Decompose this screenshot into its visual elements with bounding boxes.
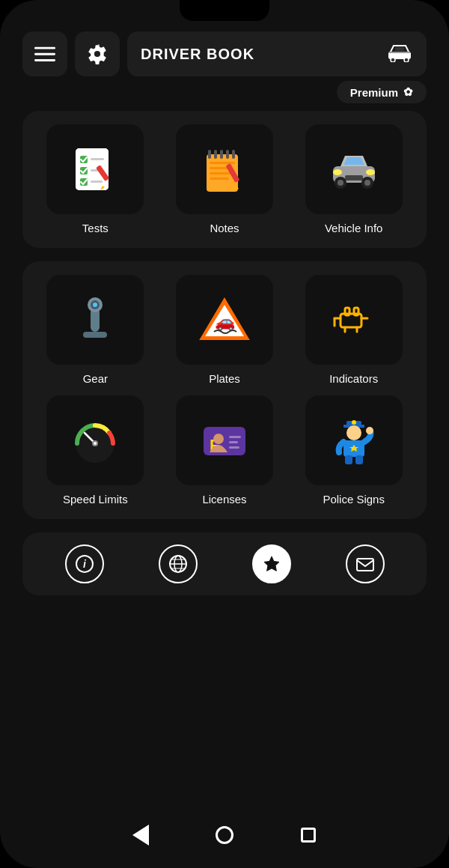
svg-text:🚗: 🚗 — [214, 312, 235, 332]
vehicle-info-label: Vehicle Info — [325, 222, 383, 234]
svg-rect-18 — [208, 150, 211, 159]
notes-icon — [198, 142, 251, 196]
tests-icon-box — [46, 124, 144, 214]
plates-label: Plates — [209, 372, 240, 385]
svg-point-5 — [404, 58, 409, 62]
premium-badge-row: Premium ✿ — [22, 81, 427, 103]
star-button[interactable] — [252, 544, 291, 583]
vehicle-info-item[interactable]: Vehicle Info — [294, 124, 413, 234]
licenses-label: Licenses — [202, 493, 246, 506]
phone-notch — [180, 0, 269, 21]
svg-rect-14 — [91, 180, 103, 183]
tests-icon — [68, 142, 122, 196]
speed-limits-item[interactable]: Speed Limits — [36, 395, 155, 506]
notes-icon-box — [176, 124, 273, 214]
nav-recent-icon — [301, 828, 316, 843]
svg-rect-1 — [34, 53, 55, 55]
nav-home-button[interactable] — [213, 823, 236, 847]
tests-item[interactable]: Tests — [36, 124, 155, 234]
premium-badge[interactable]: Premium ✿ — [337, 81, 427, 103]
vehicle-info-icon-box — [305, 124, 403, 214]
svg-rect-26 — [210, 177, 229, 180]
svg-rect-70 — [345, 455, 352, 464]
menu-button[interactable] — [22, 31, 67, 76]
bottom-action-bar: i — [22, 532, 427, 595]
info-button[interactable]: i — [65, 544, 104, 583]
top-section: Tests — [22, 111, 427, 248]
svg-rect-80 — [357, 559, 373, 571]
nav-back-button[interactable] — [129, 823, 153, 847]
svg-rect-12 — [91, 158, 104, 160]
police-signs-icon-box — [305, 395, 403, 485]
svg-rect-32 — [345, 175, 363, 180]
indicators-label: Indicators — [329, 372, 378, 385]
globe-button[interactable] — [159, 544, 198, 583]
notes-label: Notes — [210, 222, 239, 234]
indicators-item[interactable]: Indicators — [294, 275, 413, 385]
svg-rect-60 — [229, 436, 241, 438]
plates-item[interactable]: 🚗 Plates — [165, 275, 284, 385]
svg-rect-19 — [214, 150, 217, 159]
top-grid: Tests — [36, 124, 413, 234]
svg-rect-20 — [220, 150, 223, 159]
svg-marker-79 — [264, 556, 279, 571]
svg-point-65 — [352, 420, 356, 425]
nav-bar — [0, 810, 449, 868]
svg-rect-61 — [229, 441, 238, 443]
speed-limits-icon — [68, 413, 122, 467]
svg-point-69 — [366, 427, 373, 434]
svg-rect-21 — [226, 150, 229, 159]
svg-rect-23 — [210, 162, 235, 164]
licenses-icon-box: F — [176, 395, 273, 485]
app-title: DRIVER BOOK — [141, 46, 254, 63]
settings-icon — [87, 43, 108, 64]
svg-rect-46 — [345, 308, 349, 315]
mail-button[interactable] — [346, 544, 385, 583]
svg-rect-71 — [355, 455, 363, 464]
svg-rect-40 — [83, 332, 107, 338]
svg-point-4 — [391, 58, 395, 62]
nav-home-icon — [216, 826, 233, 844]
phone-container: DRIVER BOOK Premium ✿ — [0, 0, 449, 868]
plates-icon: 🚗 — [198, 293, 251, 347]
police-signs-item[interactable]: Police Signs — [294, 395, 413, 506]
settings-button[interactable] — [75, 31, 120, 76]
bottom-section: Gear 🚗 Plates — [22, 261, 427, 519]
svg-point-56 — [94, 442, 97, 445]
svg-point-31 — [366, 169, 375, 175]
gear-icon — [68, 293, 122, 347]
svg-rect-2 — [34, 59, 55, 61]
nav-recent-button[interactable] — [296, 823, 320, 847]
plates-icon-box: 🚗 — [176, 275, 273, 365]
notes-item[interactable]: Notes — [165, 124, 284, 234]
app-title-bar: DRIVER BOOK — [127, 31, 427, 76]
gear-label: Gear — [83, 372, 108, 385]
svg-point-66 — [346, 425, 361, 440]
bottom-grid: Gear 🚗 Plates — [36, 275, 413, 506]
car-icon — [386, 41, 413, 67]
police-signs-icon — [327, 413, 381, 467]
header: DRIVER BOOK — [22, 31, 427, 76]
indicators-icon — [327, 293, 381, 347]
licenses-item[interactable]: F Licenses — [165, 395, 284, 506]
premium-icon: ✿ — [403, 85, 413, 99]
indicators-icon-box — [305, 275, 403, 365]
svg-rect-0 — [34, 47, 55, 49]
svg-point-59 — [213, 434, 224, 444]
svg-point-34 — [337, 180, 343, 186]
tests-label: Tests — [82, 222, 109, 234]
svg-rect-62 — [229, 446, 239, 449]
nav-back-icon — [132, 825, 149, 846]
speed-limits-label: Speed Limits — [63, 493, 128, 506]
speed-limits-icon-box — [46, 395, 144, 485]
gear-item[interactable]: Gear — [36, 275, 155, 385]
svg-point-30 — [333, 169, 342, 175]
svg-point-41 — [93, 303, 97, 307]
svg-rect-47 — [354, 308, 358, 315]
police-signs-label: Police Signs — [323, 493, 385, 506]
premium-label: Premium — [350, 86, 398, 99]
gear-icon-box — [46, 275, 144, 365]
menu-icon — [34, 43, 55, 64]
vehicle-info-icon — [327, 142, 381, 196]
svg-point-36 — [364, 180, 370, 186]
